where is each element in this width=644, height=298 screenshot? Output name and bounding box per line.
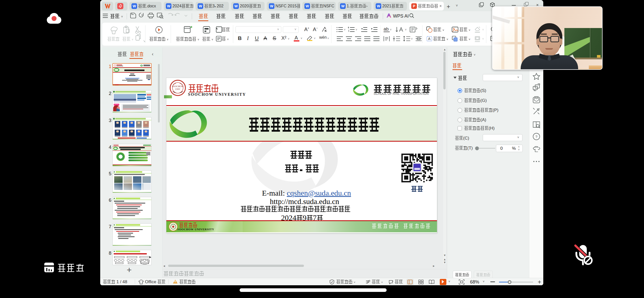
svg-text:UNIV: UNIV bbox=[175, 88, 180, 90]
svg-text:A: A bbox=[428, 37, 431, 41]
svg-text:?: ? bbox=[535, 135, 537, 139]
svg-text:SOOCHOW: SOOCHOW bbox=[172, 85, 184, 88]
